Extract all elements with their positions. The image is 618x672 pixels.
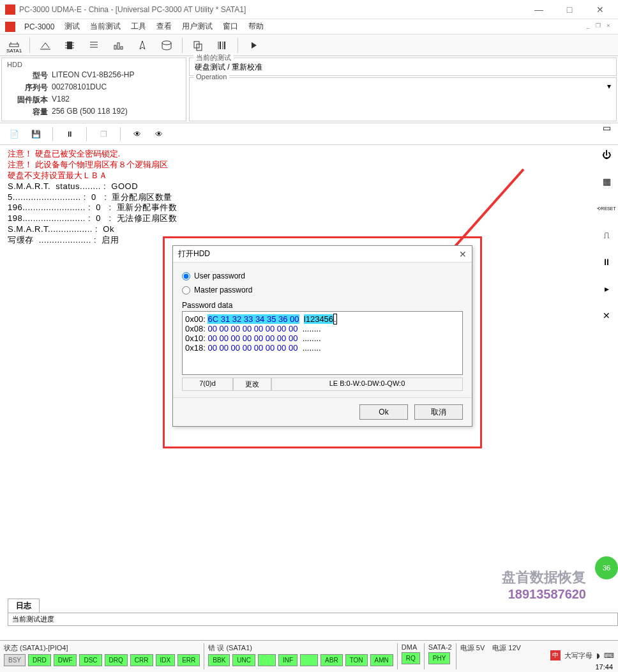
- ind-drd: DRD: [28, 654, 51, 666]
- firmware-value: V182: [52, 95, 70, 105]
- ind-dwf: DWF: [54, 654, 77, 666]
- menu-app[interactable]: PC-3000: [19, 21, 59, 33]
- ime-icon[interactable]: 中: [550, 650, 561, 661]
- svg-rect-0: [10, 44, 19, 47]
- pause2-icon[interactable]: ⏸: [598, 253, 615, 271]
- warn-line-1: 注意！ 硬盘已被安全密码锁定.: [8, 149, 610, 160]
- menu-help[interactable]: 帮助: [243, 20, 269, 33]
- toolbar-compass-icon[interactable]: [131, 36, 154, 54]
- maximize-button[interactable]: □: [557, 4, 582, 15]
- radio-master-label: Master password: [194, 286, 252, 294]
- model-value: LITEON CV1-8B256-HP: [52, 70, 134, 81]
- info-row: HDD 型号LITEON CV1-8B256-HP 序列号002708101DU…: [0, 56, 618, 123]
- operation-dropdown[interactable]: ▾: [195, 79, 611, 91]
- ind-phy: PHY: [428, 652, 451, 664]
- tray-moon-icon[interactable]: ◗: [596, 652, 600, 660]
- dialog-title-text: 打开HDD: [178, 248, 210, 259]
- oscilloscope-icon[interactable]: ⎍: [598, 226, 615, 244]
- svg-point-17: [162, 41, 171, 45]
- inner-restore-button[interactable]: ❐: [594, 22, 603, 31]
- radio-user-password[interactable]: User password: [182, 269, 463, 283]
- cancel-button[interactable]: 取消: [414, 404, 463, 420]
- chip-icon[interactable]: ▭: [598, 119, 615, 137]
- menu-window[interactable]: 窗口: [218, 20, 243, 33]
- hex-status-mid[interactable]: 更改: [233, 378, 271, 391]
- ind-unc: UNC: [232, 654, 255, 666]
- smart-ok: S.M.A.R.T................. : Ok: [8, 224, 610, 235]
- tools-icon[interactable]: ✕: [598, 307, 615, 325]
- toolbar-list-icon[interactable]: [82, 36, 105, 54]
- copy2-icon[interactable]: ❐: [94, 126, 112, 142]
- hdd-panel: HDD 型号LITEON CV1-8B256-HP 序列号002708101DU…: [1, 57, 186, 121]
- status-sata2: SATA-2 PHY: [425, 641, 456, 672]
- main-toolbar: SATA1: [0, 34, 618, 56]
- right-toolbar: ▭ ⏻ ▦ ⟲RESET ⎍ ⏸ ▸ ✕: [595, 115, 618, 325]
- ime-label[interactable]: 大写字母: [564, 651, 592, 661]
- menu-current-test[interactable]: 当前测试: [85, 20, 126, 33]
- operation-legend: Operation: [193, 73, 229, 80]
- menu-view[interactable]: 查看: [151, 20, 177, 33]
- menu-test[interactable]: 测试: [59, 20, 85, 33]
- current-test-fieldset: 当前的测试 硬盘测试 / 重新校准: [189, 57, 617, 76]
- ind-abr: ABR: [320, 654, 343, 666]
- cpu-icon[interactable]: ▦: [598, 172, 615, 190]
- hex-row-1: 0x08: 00 00 00 00 00 00 00 00 ........: [185, 324, 460, 333]
- hex-row-0: 0x00: 6C 31 32 33 34 35 36 00 l123456.: [185, 314, 460, 324]
- ind-drq: DRQ: [105, 654, 128, 666]
- close-button[interactable]: ✕: [587, 4, 613, 15]
- pause-icon[interactable]: ⏸: [61, 126, 79, 142]
- current-test-content: 硬盘测试 / 重新校准: [195, 59, 611, 73]
- system-tray: 中 大写字母 ◗ ⌨: [550, 650, 614, 661]
- hex-status-left: 7(0)d: [182, 378, 233, 391]
- operation-fieldset: Operation ▾: [189, 77, 617, 121]
- power-icon[interactable]: ⏻: [598, 146, 615, 164]
- hex-status-right: LE B:0-W:0-DW:0-QW:0: [271, 378, 463, 391]
- toolbar-chip-icon[interactable]: [58, 36, 81, 54]
- current-test-legend: 当前的测试: [193, 53, 234, 63]
- radio-user-label: User password: [194, 271, 245, 280]
- radio-master-password[interactable]: Master password: [182, 283, 463, 297]
- toolbar-icon-1[interactable]: [34, 36, 57, 54]
- status-5v: 电源 5V: [456, 641, 489, 672]
- window-title: PC-3000 UDMA-E - China - [Universal PC-3…: [19, 5, 526, 14]
- toolbar-disk-icon[interactable]: [155, 36, 178, 54]
- smart-attr-196: 196........................ : 0 : 重新分配事件…: [8, 202, 610, 213]
- green-badge[interactable]: 36: [595, 556, 618, 579]
- menu-tools[interactable]: 工具: [126, 20, 151, 33]
- ind-blank2: [300, 654, 318, 666]
- radio-master-input[interactable]: [182, 286, 190, 294]
- status-dma: DMA RQ: [398, 641, 424, 672]
- ok-button[interactable]: Ok: [359, 404, 408, 420]
- warn-line-2: 注意！ 此设备每个物理扇区有８个逻辑扇区: [8, 160, 610, 171]
- play-icon[interactable]: ▸: [598, 280, 615, 298]
- toolbar-play-icon[interactable]: [242, 36, 265, 54]
- inner-close-button[interactable]: ×: [604, 22, 613, 31]
- sata1-button[interactable]: SATA1: [3, 36, 26, 54]
- radio-user-input[interactable]: [182, 272, 190, 280]
- log-tab[interactable]: 日志: [8, 599, 40, 613]
- save-icon[interactable]: 💾: [27, 126, 45, 142]
- new-file-icon[interactable]: 📄: [5, 126, 23, 142]
- minimize-button[interactable]: —: [526, 4, 552, 15]
- ind-rq: RQ: [402, 652, 420, 664]
- binoculars-icon[interactable]: 👁: [128, 126, 146, 142]
- svg-rect-16: [121, 47, 123, 49]
- tray-keyboard-icon[interactable]: ⌨: [604, 652, 614, 660]
- status-sata1: 状态 (SATA1)-[PIO4] BSY DRD DWF DSC DRQ CR…: [0, 641, 204, 672]
- toolbar-chart-icon[interactable]: [107, 36, 130, 54]
- menu-user-test[interactable]: 用户测试: [177, 20, 218, 33]
- log-area: 注意！ 硬盘已被安全密码锁定. 注意！ 此设备每个物理扇区有８个逻辑扇区 硬盘不…: [0, 145, 618, 250]
- hex-editor[interactable]: 0x00: 6C 31 32 33 34 35 36 00 l123456. 0…: [182, 311, 463, 375]
- ind-blank1: [258, 654, 276, 666]
- reset-icon[interactable]: ⟲RESET: [598, 199, 615, 217]
- status-bar: 状态 (SATA1)-[PIO4] BSY DRD DWF DSC DRQ CR…: [0, 640, 618, 672]
- app-icon: [5, 4, 15, 15]
- dialog-close-button[interactable]: ✕: [459, 249, 467, 259]
- find-next-icon[interactable]: 👁: [150, 126, 168, 142]
- watermark: 盘首数据恢复 18913587620: [502, 568, 586, 602]
- toolbar-copy-icon[interactable]: [186, 36, 209, 54]
- inner-minimize-button[interactable]: _: [584, 22, 592, 31]
- smart-status: S.M.A.R.T. status........ : GOOD: [8, 181, 610, 192]
- ind-ton: TON: [345, 654, 368, 666]
- toolbar-barcode-icon[interactable]: [211, 36, 234, 54]
